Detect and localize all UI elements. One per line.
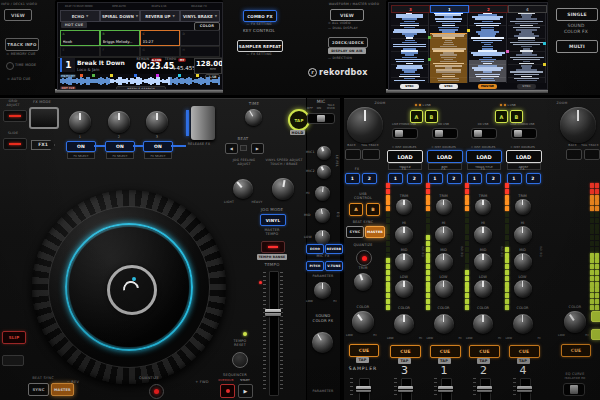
jog-wheel[interactable] bbox=[32, 190, 226, 384]
slip-button[interactable]: SLIP bbox=[2, 331, 26, 344]
tempo-reset-button[interactable] bbox=[232, 352, 248, 368]
fx-select-0[interactable]: ECHO▼ bbox=[60, 10, 100, 22]
right-pad-2[interactable] bbox=[591, 329, 600, 340]
mic1-knob[interactable] bbox=[317, 146, 331, 160]
deck24-button[interactable]: 2DECK/4DECK bbox=[328, 37, 368, 48]
fx-mode-button[interactable] bbox=[29, 107, 59, 129]
mic-parameter-knob[interactable] bbox=[314, 282, 331, 299]
hot-cue-pad-F[interactable]: F bbox=[100, 46, 140, 57]
sampler-cue-button[interactable]: CUE bbox=[349, 344, 379, 357]
vinyl-button[interactable]: VINYL bbox=[260, 214, 286, 226]
time-mode-button[interactable] bbox=[6, 62, 14, 70]
master-tempo-button[interactable] bbox=[261, 241, 285, 253]
sound-color-fx-knob[interactable] bbox=[312, 332, 333, 353]
browse-knob-right[interactable] bbox=[560, 107, 596, 143]
channel-fader-handle-1[interactable] bbox=[438, 386, 453, 392]
quantize-button-mixer[interactable] bbox=[356, 250, 372, 266]
cue-button-3[interactable]: CUE bbox=[390, 345, 421, 358]
fx1-assign-1[interactable]: 1 bbox=[428, 173, 443, 184]
usb-control-b-button[interactable]: B bbox=[366, 203, 380, 216]
beat-right-button[interactable]: ▶ bbox=[251, 143, 264, 154]
color-knob-1[interactable] bbox=[434, 314, 454, 334]
hot-cue-pad-G[interactable]: G bbox=[140, 46, 180, 57]
hi-knob-1[interactable] bbox=[435, 226, 453, 244]
cue-button-2[interactable]: CUE bbox=[469, 345, 500, 358]
trim-knob-1[interactable] bbox=[436, 199, 452, 215]
sync-button-deck[interactable]: SYNC bbox=[28, 383, 49, 396]
eq-curve-switch[interactable] bbox=[563, 383, 585, 396]
fx2-assign-2[interactable]: 2 bbox=[486, 173, 501, 184]
load-button-3[interactable]: LOAD bbox=[387, 150, 423, 163]
back-button-right[interactable] bbox=[566, 149, 582, 160]
censor-button[interactable] bbox=[2, 355, 24, 366]
hi-knob-3[interactable] bbox=[395, 226, 413, 244]
track-info-button[interactable]: TRACK INFO bbox=[5, 38, 39, 51]
wave-deck-header-1[interactable]: 1 bbox=[430, 5, 469, 13]
tempo-range-tag[interactable]: TEMPO RANGE bbox=[257, 254, 287, 260]
trim-knob-3[interactable] bbox=[396, 199, 412, 215]
fx-select-3[interactable]: VINYL BRAKE▼ bbox=[180, 10, 220, 22]
hot-cue-pad-B[interactable]: BBriggs Melody... bbox=[100, 30, 140, 46]
sampler-trim-knob[interactable] bbox=[354, 273, 372, 291]
tag-track-button-left[interactable] bbox=[362, 149, 380, 160]
sequencer-overdub-button[interactable] bbox=[220, 384, 235, 398]
wave-footer-2[interactable]: MASTER bbox=[478, 84, 497, 89]
fx2-assign-sampler[interactable]: 2 bbox=[362, 173, 377, 184]
time-knob[interactable] bbox=[245, 109, 262, 126]
slide-button[interactable] bbox=[3, 138, 27, 150]
mic-fx-echo-button[interactable]: ECHO bbox=[306, 244, 324, 254]
fx2-assign-3[interactable]: 2 bbox=[407, 173, 422, 184]
wave-footer-3[interactable]: SYNC bbox=[400, 84, 419, 89]
hi-knob-4[interactable] bbox=[514, 226, 532, 244]
fx2-assign-1[interactable]: 2 bbox=[447, 173, 462, 184]
sequencer-start-button[interactable]: ▶ bbox=[238, 384, 253, 398]
wave-deck-header-2[interactable]: 2 bbox=[469, 5, 508, 13]
tag-track-button-right[interactable] bbox=[584, 149, 600, 160]
fx1-assign-2[interactable]: 1 bbox=[467, 173, 482, 184]
fx-on-button-2[interactable]: ON bbox=[105, 141, 135, 152]
color-knob-4[interactable] bbox=[513, 314, 533, 334]
beat-left-button[interactable]: ◀ bbox=[225, 143, 238, 154]
master-button-deck[interactable]: MASTER bbox=[51, 383, 74, 396]
fx-select-2[interactable]: REVERB UP▼ bbox=[140, 10, 180, 22]
color-knob-2[interactable] bbox=[473, 314, 493, 334]
usb-control-a-button[interactable]: A bbox=[349, 203, 363, 216]
mic-fx-reverb-button[interactable]: REVERB bbox=[325, 244, 343, 254]
jog-feeling-adjust-knob[interactable] bbox=[233, 179, 253, 199]
single-button[interactable]: SINGLE bbox=[556, 8, 598, 21]
fx1-assign-4[interactable]: 1 bbox=[507, 173, 522, 184]
mic-switch[interactable] bbox=[307, 113, 335, 124]
fx-on-button-3[interactable]: ON bbox=[143, 141, 173, 152]
hot-cue-pad-H[interactable]: H bbox=[180, 46, 220, 57]
sampler-repeat-button[interactable]: SAMPLER REPEAT bbox=[237, 40, 283, 52]
fx1-assign-3[interactable]: 1 bbox=[388, 173, 403, 184]
input-selector-switch-1[interactable] bbox=[432, 128, 458, 139]
low-knob-4[interactable] bbox=[514, 280, 532, 298]
tempo-slider-handle[interactable] bbox=[265, 309, 281, 316]
mid-knob-1[interactable] bbox=[435, 253, 453, 271]
channel-fader-handle-2[interactable] bbox=[477, 386, 492, 392]
channel-fader-handle-3[interactable] bbox=[398, 386, 413, 392]
master-cue-button[interactable]: CUE bbox=[561, 344, 591, 357]
fx2-assign-4[interactable]: 2 bbox=[526, 173, 541, 184]
needle-search-strip[interactable]: NEEDLE SEARCH bbox=[116, 86, 166, 90]
hot-cue-pad-E[interactable]: E bbox=[60, 46, 100, 57]
hot-cue-tab[interactable]: HOT CUE bbox=[61, 22, 87, 28]
cue-button-1[interactable]: CUE bbox=[430, 345, 461, 358]
mic-mid-knob[interactable] bbox=[315, 208, 330, 223]
low-knob-3[interactable] bbox=[395, 280, 413, 298]
wave-footer-1[interactable]: SYNC bbox=[439, 84, 458, 89]
wave-deck-header-4[interactable]: 4 bbox=[508, 5, 547, 13]
cue-button-4[interactable]: CUE bbox=[509, 345, 540, 358]
mid-knob-3[interactable] bbox=[395, 253, 413, 271]
wave-deck-header-3[interactable]: 3 bbox=[391, 5, 430, 13]
hi-knob-2[interactable] bbox=[474, 226, 492, 244]
low-knob-1[interactable] bbox=[435, 280, 453, 298]
hot-cue-pad-A[interactable]: AHook bbox=[60, 30, 100, 46]
wave-footer-4[interactable]: SYNC bbox=[517, 84, 536, 89]
view-button-left[interactable]: VIEW bbox=[4, 9, 32, 21]
hot-cue-pad-C[interactable]: C01:27 bbox=[140, 30, 180, 46]
mic-low-knob[interactable] bbox=[315, 230, 330, 245]
sampler-fader-handle[interactable] bbox=[356, 386, 371, 392]
sync-button-mixer[interactable]: SYNC bbox=[346, 226, 364, 238]
